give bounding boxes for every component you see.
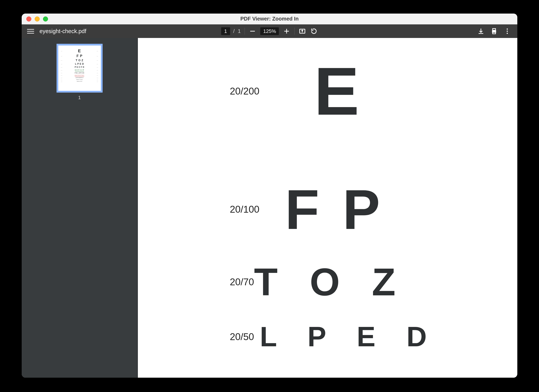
eye-chart-row: 20/200E	[138, 57, 517, 125]
document-viewport[interactable]: 20/200E20/100F P20/70T O Z20/50L P E D	[138, 38, 517, 378]
zoom-out-button[interactable]	[249, 27, 256, 35]
pdf-toolbar: eyesight-check.pdf / 1 125%	[22, 24, 517, 38]
page-total: 1	[238, 28, 241, 34]
download-button[interactable]	[477, 27, 485, 35]
eye-chart-letters: T O Z	[254, 263, 406, 301]
menu-button[interactable]	[27, 28, 34, 35]
document-filename: eyesight-check.pdf	[39, 28, 86, 34]
thumb-chart-line: —L P E D—	[58, 62, 101, 66]
thumb-chart-line: —E D F C Z P—	[58, 69, 101, 72]
thumb-chart-line: —P E Z O L C F T D—	[58, 81, 101, 82]
thumb-chart-line: —F E L O P Z D—	[58, 72, 101, 74]
content-area: —E——F P——T O Z——L P E D——P E C F D——E D …	[22, 38, 517, 378]
app-window: PDF Viewer: Zoomed In eyesight-check.pdf…	[22, 14, 517, 378]
page-thumbnail[interactable]: —E——F P——T O Z——L P E D——P E C F D——E D …	[57, 44, 103, 92]
eye-chart-row: 20/70T O Z	[138, 263, 517, 301]
page-number-input[interactable]	[221, 27, 230, 35]
zoom-in-button[interactable]	[283, 27, 291, 35]
titlebar: PDF Viewer: Zoomed In	[22, 14, 517, 24]
thumb-chart-line: —P E C F D—	[58, 66, 101, 69]
thumb-chart-line: —F P—	[58, 54, 101, 58]
rotate-button[interactable]	[310, 27, 318, 35]
fit-page-button[interactable]	[298, 27, 306, 35]
acuity-label: 20/200	[230, 86, 260, 97]
eye-chart-row: 20/50L P E D	[138, 323, 517, 351]
thumb-chart-line: —F D P L T C E O—	[58, 79, 101, 81]
pdf-page: 20/200E20/100F P20/70T O Z20/50L P E D	[138, 38, 517, 378]
divider	[245, 28, 245, 35]
acuity-label: 20/50	[230, 331, 254, 342]
thumbnail-page-number: 1	[78, 95, 81, 100]
acuity-label: 20/70	[230, 276, 254, 288]
thumbnail-sidebar[interactable]: —E——F P——T O Z——L P E D——P E C F D——E D …	[22, 38, 138, 378]
close-window-button[interactable]	[26, 16, 31, 21]
minimize-window-button[interactable]	[35, 16, 40, 21]
maximize-window-button[interactable]	[43, 16, 48, 21]
zoom-level-display[interactable]: 125%	[260, 27, 279, 35]
print-button[interactable]	[490, 27, 498, 35]
eye-chart-letters: L P E D	[260, 323, 438, 351]
thumb-chart-line: —L E F O D P C T—	[58, 77, 101, 79]
divider	[294, 28, 295, 35]
acuity-label: 20/100	[230, 204, 260, 215]
page-separator: /	[233, 28, 235, 34]
traffic-lights	[26, 16, 48, 21]
eye-chart-row: 20/100F P	[138, 181, 517, 237]
page-navigator: / 1	[221, 27, 241, 35]
more-icon	[507, 29, 508, 34]
thumb-chart-line: —D E F P O T E C—	[58, 74, 101, 77]
thumb-chart-line: —T O Z—	[58, 58, 101, 62]
thumb-chart-line: —E—	[58, 48, 101, 54]
window-title: PDF Viewer: Zoomed In	[240, 16, 298, 22]
svg-rect-9	[493, 32, 496, 34]
eye-chart-letters: E	[314, 57, 359, 125]
svg-rect-8	[493, 29, 496, 30]
eye-chart-letters: F P	[285, 181, 384, 237]
more-options-button[interactable]	[503, 27, 511, 35]
